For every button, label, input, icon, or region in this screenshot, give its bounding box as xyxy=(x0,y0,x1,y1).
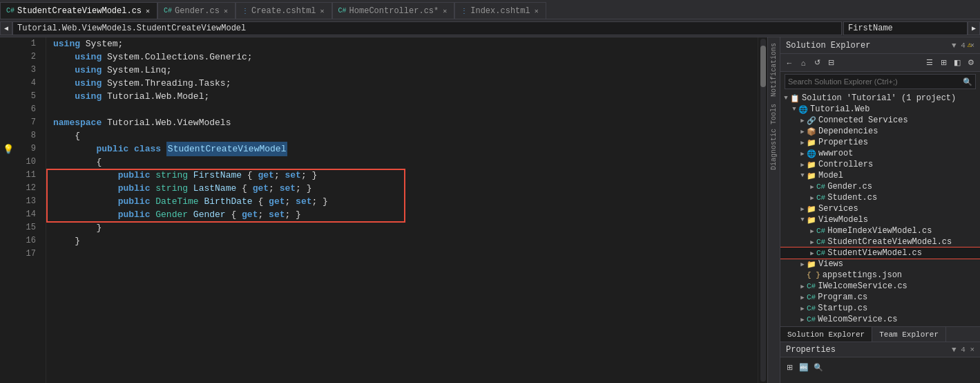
se-settings-btn[interactable]: ⚙ xyxy=(965,57,977,69)
method-name[interactable]: FirstName xyxy=(843,21,968,35)
kw-get-14: get xyxy=(242,208,258,221)
tab-index[interactable]: ⋮ Index.cshtml ✕ xyxy=(454,2,546,19)
tree-properties[interactable]: ▶ 📁 Properties xyxy=(780,137,980,148)
scroll-left-btn[interactable]: ◀ xyxy=(0,21,12,35)
tab-label-3: Create.cshtml xyxy=(251,6,316,16)
tree-program[interactable]: ▶ C# Program.cs xyxy=(780,292,980,303)
tree-model[interactable]: ▼ 📁 Model xyxy=(780,170,980,181)
ln-13: 13 xyxy=(15,195,40,208)
close-tab-btn-5[interactable]: ✕ xyxy=(533,7,540,15)
close-tab-btn-3[interactable]: ✕ xyxy=(319,7,326,15)
se-tab-solution-explorer[interactable]: Solution Explorer xyxy=(780,327,872,342)
props-category-btn[interactable]: ⊞ xyxy=(783,361,796,373)
tab-homecontroller[interactable]: C# HomeController.cs* ✕ xyxy=(332,2,455,19)
close-tab-btn[interactable]: ✕ xyxy=(144,7,151,15)
se-preview-btn[interactable]: ◧ xyxy=(951,57,963,69)
se-search-box[interactable]: 🔍 xyxy=(785,74,976,89)
arrow-iwelcome: ▶ xyxy=(798,283,807,290)
scroll-track[interactable] xyxy=(760,39,766,382)
se-home-btn[interactable]: ⌂ xyxy=(797,57,809,69)
student-cs-label: Student.cs xyxy=(827,193,877,203)
code-content[interactable]: ▼ ▼ using System; using System.Collectio… xyxy=(46,37,758,383)
ln-8: 8 xyxy=(15,129,40,142)
close-tab-btn-2[interactable]: ✕ xyxy=(222,7,229,15)
se-filter-btn[interactable]: ☰ xyxy=(923,57,936,69)
code-line-2: using System.Collections.Generic; xyxy=(53,50,758,64)
tree-tutorialweb[interactable]: ▼ 🌐 Tutorial.Web xyxy=(780,104,980,115)
props-alpha-btn[interactable]: 🔤 xyxy=(798,361,810,373)
scroll-right-btn[interactable]: ▶ xyxy=(968,21,980,35)
tree-homeindexviewmodel[interactable]: ▶ C# HomeIndexViewModel.cs xyxy=(780,225,980,236)
ns-system: System; xyxy=(86,37,124,50)
studentcreate-label: StudentCreateViewModel.cs xyxy=(827,237,952,247)
props-search-btn[interactable]: 🔍 xyxy=(812,361,825,373)
se-refresh-btn[interactable]: ↺ xyxy=(811,57,823,69)
props-pin-btn[interactable]: ▼ 4 × xyxy=(952,346,974,354)
se-toolbar: ← ⌂ ↺ ⊟ ☰ ⊞ ◧ ⚙ xyxy=(780,54,980,72)
arrow-viewmodels: ▼ xyxy=(798,216,807,223)
close-tab-btn-4[interactable]: ✕ xyxy=(441,7,448,15)
tree-iwelcomeservice[interactable]: ▶ C# IWelcomeService.cs xyxy=(780,281,980,292)
tree-views[interactable]: ▶ 📁 Views xyxy=(780,259,980,270)
code-editor: 💡 1 2 3 4 5 6 7 8 9 10 11 12 13 14 15 16… xyxy=(0,37,767,383)
ln-17: 17 xyxy=(15,247,40,261)
viewmodels-icon: 📁 xyxy=(807,216,816,225)
iwelcome-icon: C# xyxy=(807,282,816,290)
tab-studentcreateviewmodel[interactable]: C# StudentCreateViewModel.cs ✕ xyxy=(0,2,157,19)
kw-public-12: public xyxy=(118,182,156,195)
ns-model: Tutorial.Web.Model; xyxy=(107,90,209,103)
namespace-path[interactable]: Tutorial.Web.ViewModels.StudentCreateVie… xyxy=(12,21,842,35)
tree-studentviewmodel[interactable]: ▶ C# StudentViewModel.cs xyxy=(780,247,980,259)
tab-label-2: Gender.cs xyxy=(175,6,220,16)
project-label: Tutorial.Web xyxy=(810,104,869,114)
ln-1: 1 xyxy=(15,37,40,50)
tree-studentcreateviewmodel-file[interactable]: ▶ C# StudentCreateViewModel.cs xyxy=(780,236,980,247)
tab-gender[interactable]: C# Gender.cs ✕ xyxy=(157,2,236,19)
tree-wwwroot[interactable]: ▶ 🌐 wwwroot xyxy=(780,148,980,159)
arrow-homeindex: ▶ xyxy=(808,227,816,235)
student-cs-icon: C# xyxy=(816,194,825,202)
tree-dependencies[interactable]: ▶ 📦 Dependencies xyxy=(780,126,980,137)
tree-services[interactable]: ▶ 📁 Services xyxy=(780,203,980,214)
properties-panel: Properties ▼ 4 × ⊞ 🔤 🔍 xyxy=(780,342,980,383)
code-line-17 xyxy=(53,247,758,261)
scroll-thumb[interactable] xyxy=(760,46,766,87)
program-icon: C# xyxy=(807,293,816,301)
notifications-panel-tab[interactable]: Notifications xyxy=(769,40,779,100)
tree-connected-services[interactable]: ▶ 🔗 Connected Services xyxy=(780,115,980,126)
tree-viewmodels[interactable]: ▼ 📁 ViewModels xyxy=(780,214,980,225)
tree-welcomservice[interactable]: ▶ C# WelcomService.cs xyxy=(780,314,980,325)
tree-startup[interactable]: ▶ C# Startup.cs xyxy=(780,303,980,314)
diagnostic-tools-tab[interactable]: Diagnostic Tools xyxy=(769,101,779,173)
punct-13b: ; xyxy=(285,195,296,208)
brace-close-16: } xyxy=(75,234,80,247)
tree-solution[interactable]: ▼ 📋 Solution 'Tutorial' (1 project) xyxy=(780,93,980,104)
editor-scrollbar[interactable] xyxy=(758,37,767,383)
lightbulb-icon[interactable]: 💡 xyxy=(3,144,14,155)
tree-gender-cs[interactable]: ▶ C# Gender.cs xyxy=(780,181,980,192)
se-collapse-btn[interactable]: ⊟ xyxy=(825,57,837,69)
se-bottom-tabs: Solution Explorer Team Explorer xyxy=(780,326,980,342)
ln-15: 15 xyxy=(15,221,40,234)
indent-15 xyxy=(53,221,96,234)
tab-create[interactable]: ⋮ Create.cshtml ✕ xyxy=(236,2,332,19)
tree-appsettings[interactable]: ▶ { } appsettings.json xyxy=(780,270,980,281)
arrow-model: ▼ xyxy=(798,172,807,179)
brace-close-15: } xyxy=(96,221,102,234)
connected-services-icon: 🔗 xyxy=(807,116,816,125)
se-back-btn[interactable]: ← xyxy=(783,57,796,69)
prop-gender: Gender xyxy=(193,208,231,221)
se-tab-team-explorer[interactable]: Team Explorer xyxy=(872,327,946,342)
prop-lastname: LastName xyxy=(193,182,242,195)
services-icon: 📁 xyxy=(807,205,816,214)
tree-controllers[interactable]: ▶ 📁 Controllers xyxy=(780,159,980,170)
se-search-input[interactable] xyxy=(788,77,963,86)
tree-student-cs[interactable]: ▶ C# Student.cs xyxy=(780,192,980,203)
punct-12a: { xyxy=(242,182,253,195)
arrow-tutorialweb: ▼ xyxy=(790,106,798,113)
code-line-15: } xyxy=(53,221,758,234)
se-props-btn[interactable]: ⊞ xyxy=(937,57,950,69)
punct-12b: ; xyxy=(269,182,280,195)
ln-4: 4 xyxy=(15,77,40,90)
ln-7: 7 xyxy=(15,116,40,129)
